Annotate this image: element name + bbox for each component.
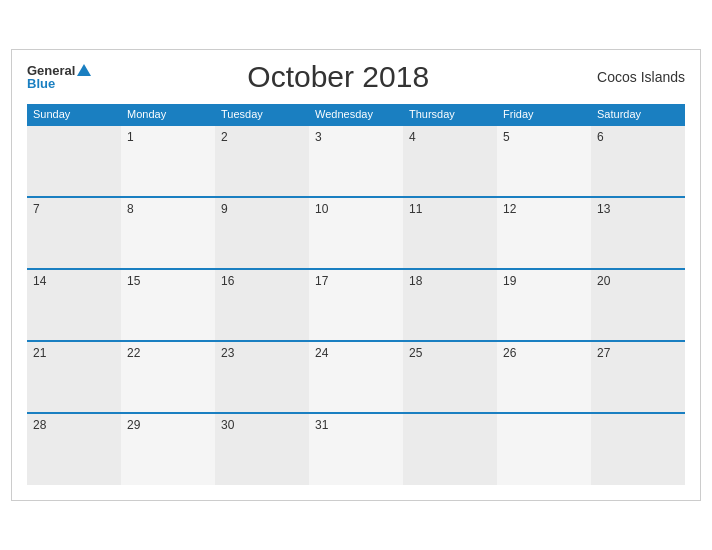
calendar-cell: 13 <box>591 197 685 269</box>
calendar-thead: SundayMondayTuesdayWednesdayThursdayFrid… <box>27 104 685 125</box>
calendar-cell: 29 <box>121 413 215 485</box>
calendar-cell: 23 <box>215 341 309 413</box>
calendar-cell <box>27 125 121 197</box>
week-row-4: 28293031 <box>27 413 685 485</box>
calendar-cell: 26 <box>497 341 591 413</box>
day-header-row: SundayMondayTuesdayWednesdayThursdayFrid… <box>27 104 685 125</box>
day-header-monday: Monday <box>121 104 215 125</box>
logo: General Blue <box>27 64 91 90</box>
calendar-cell: 4 <box>403 125 497 197</box>
calendar-header: General Blue October 2018 Cocos Islands <box>27 60 685 94</box>
calendar-cell: 3 <box>309 125 403 197</box>
calendar-cell: 28 <box>27 413 121 485</box>
calendar-cell: 25 <box>403 341 497 413</box>
calendar-cell: 14 <box>27 269 121 341</box>
calendar-title: October 2018 <box>91 60 585 94</box>
calendar-cell <box>497 413 591 485</box>
calendar-cell: 15 <box>121 269 215 341</box>
calendar-cell: 24 <box>309 341 403 413</box>
calendar-region: Cocos Islands <box>585 69 685 85</box>
calendar-cell <box>591 413 685 485</box>
calendar-cell: 20 <box>591 269 685 341</box>
calendar-cell: 5 <box>497 125 591 197</box>
day-header-sunday: Sunday <box>27 104 121 125</box>
week-row-1: 78910111213 <box>27 197 685 269</box>
calendar-cell: 8 <box>121 197 215 269</box>
calendar-cell: 6 <box>591 125 685 197</box>
calendar-grid: SundayMondayTuesdayWednesdayThursdayFrid… <box>27 104 685 485</box>
calendar-tbody: 1234567891011121314151617181920212223242… <box>27 125 685 485</box>
calendar-cell: 18 <box>403 269 497 341</box>
logo-blue-text: Blue <box>27 77 91 90</box>
calendar-container: General Blue October 2018 Cocos Islands … <box>11 49 701 501</box>
day-header-thursday: Thursday <box>403 104 497 125</box>
day-header-friday: Friday <box>497 104 591 125</box>
week-row-2: 14151617181920 <box>27 269 685 341</box>
calendar-cell: 30 <box>215 413 309 485</box>
calendar-cell: 1 <box>121 125 215 197</box>
day-header-tuesday: Tuesday <box>215 104 309 125</box>
calendar-cell: 11 <box>403 197 497 269</box>
day-header-saturday: Saturday <box>591 104 685 125</box>
calendar-cell: 21 <box>27 341 121 413</box>
calendar-cell <box>403 413 497 485</box>
calendar-cell: 22 <box>121 341 215 413</box>
week-row-3: 21222324252627 <box>27 341 685 413</box>
calendar-cell: 16 <box>215 269 309 341</box>
calendar-cell: 10 <box>309 197 403 269</box>
calendar-cell: 9 <box>215 197 309 269</box>
calendar-cell: 17 <box>309 269 403 341</box>
logo-triangle-icon <box>77 64 91 76</box>
calendar-cell: 31 <box>309 413 403 485</box>
calendar-cell: 12 <box>497 197 591 269</box>
calendar-cell: 19 <box>497 269 591 341</box>
day-header-wednesday: Wednesday <box>309 104 403 125</box>
calendar-cell: 27 <box>591 341 685 413</box>
calendar-cell: 7 <box>27 197 121 269</box>
calendar-cell: 2 <box>215 125 309 197</box>
week-row-0: 123456 <box>27 125 685 197</box>
